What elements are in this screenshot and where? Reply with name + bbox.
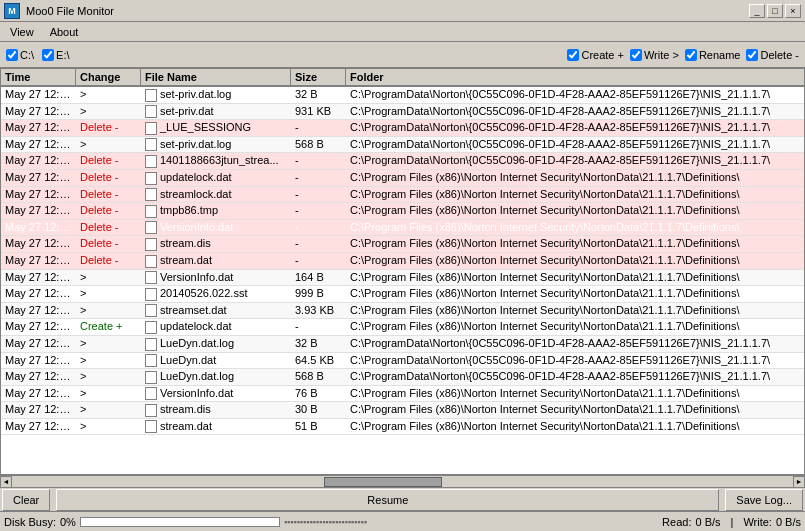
file-icon [145,105,157,118]
table-row[interactable]: May 27 12:09 53>20140526.022.sst999 BC:\… [1,286,804,303]
col-folder[interactable]: Folder [346,69,804,85]
cell-size: - [291,203,346,219]
col-filename[interactable]: File Name [141,69,291,85]
cell-change: > [76,336,141,352]
table-row[interactable]: May 27 12:09 53Delete -VersionInfo.dat-C… [1,220,804,237]
table-row[interactable]: May 27 12:09 53Create +updatelock.dat-C:… [1,319,804,336]
menu-view[interactable]: View [4,25,40,39]
cell-time: May 27 12:09 53 [1,369,76,385]
close-button[interactable]: × [785,4,801,18]
drive-c-checkbox[interactable] [6,49,18,61]
save-log-button[interactable]: Save Log... [725,489,803,511]
cell-filename: stream.dis [141,236,291,252]
filter-create-checkbox[interactable] [567,49,579,61]
cell-change: Create + [76,319,141,335]
drive-c-checkbox-group: C:\ [6,49,34,61]
scroll-track[interactable] [12,477,793,487]
cell-change: > [76,303,141,319]
table-row[interactable]: May 27 12:09 53Delete -_LUE_SESSIONG-C:\… [1,120,804,137]
file-icon [145,122,157,135]
file-icon [145,321,157,334]
file-icon [145,271,157,284]
horizontal-scrollbar[interactable]: ◄ ► [0,475,805,487]
table-row[interactable]: May 27 12:09 53>set-priv.dat931 KBC:\Pro… [1,104,804,121]
cell-size: 32 B [291,336,346,352]
table-row[interactable]: May 27 12:09 53Delete -tmpb86.tmp-C:\Pro… [1,203,804,220]
status-bar: Disk Busy: 0% ▪▪▪▪▪▪▪▪▪▪▪▪▪▪▪▪▪▪▪▪▪▪▪▪▪▪… [0,511,805,531]
toolbar: C:\ E:\ Create + Write > Rename Delete - [0,42,805,68]
cell-folder: C:\ProgramData\Norton\{0C55C096-0F1D-4F2… [346,369,804,385]
cell-time: May 27 12:09 53 [1,220,76,236]
table-row[interactable]: May 27 12:09 53Delete -streamlock.dat-C:… [1,187,804,204]
menu-about[interactable]: About [44,25,85,39]
filter-write-checkbox[interactable] [630,49,642,61]
table-row[interactable]: May 27 12:09 53>VersionInfo.dat164 BC:\P… [1,270,804,287]
app-title: Moo0 File Monitor [26,5,114,17]
cell-time: May 27 12:09 53 [1,353,76,369]
cell-filename: LueDyn.dat.log [141,336,291,352]
cell-time: May 27 12:09 53 [1,236,76,252]
cell-folder: C:\ProgramData\Norton\{0C55C096-0F1D-4F2… [346,104,804,120]
filter-delete-checkbox[interactable] [746,49,758,61]
drive-c-label: C:\ [20,49,34,61]
cell-time: May 27 12:09 53 [1,419,76,435]
cell-folder: C:\Program Files (x86)\Norton Internet S… [346,303,804,319]
cell-size: 30 B [291,402,346,418]
scroll-right-button[interactable]: ► [793,476,805,488]
table-row[interactable]: May 27 12:09 53>LueDyn.dat64.5 KBC:\Prog… [1,353,804,370]
cell-time: May 27 12:09 53 [1,253,76,269]
cell-filename: VersionInfo.dat [141,386,291,402]
file-icon [145,288,157,301]
col-time[interactable]: Time [1,69,76,85]
cell-change: > [76,419,141,435]
table-body[interactable]: May 27 12:09 53>set-priv.dat.log32 BC:\P… [1,87,804,474]
title-bar: M Moo0 File Monitor _ □ × [0,0,805,22]
cell-time: May 27 12:09 53 [1,137,76,153]
scroll-left-button[interactable]: ◄ [0,476,12,488]
cell-filename: 20140526.022.sst [141,286,291,302]
table-row[interactable]: May 27 12:09 53Delete -stream.dis-C:\Pro… [1,236,804,253]
cell-filename: VersionInfo.dat [141,270,291,286]
table-row[interactable]: May 27 12:09 53>stream.dat51 BC:\Program… [1,419,804,436]
table-row[interactable]: May 27 12:09 53>LueDyn.dat.log568 BC:\Pr… [1,369,804,386]
minimize-button[interactable]: _ [749,4,765,18]
cell-filename: set-priv.dat.log [141,137,291,153]
cell-change: Delete - [76,120,141,136]
cell-change: > [76,386,141,402]
disk-busy-value: 0% [60,516,76,528]
col-change[interactable]: Change [76,69,141,85]
filter-rename-checkbox[interactable] [685,49,697,61]
table-row[interactable]: May 27 12:09 53Delete -1401188663jtun_st… [1,153,804,170]
table-row[interactable]: May 27 12:09 53>streamset.dat3.93 KBC:\P… [1,303,804,320]
cell-time: May 27 12:09 53 [1,402,76,418]
maximize-button[interactable]: □ [767,4,783,18]
cell-change: > [76,137,141,153]
drive-e-checkbox[interactable] [42,49,54,61]
table-row[interactable]: May 27 12:09 53>set-priv.dat.log568 BC:\… [1,137,804,154]
file-icon [145,420,157,433]
file-icon [145,255,157,268]
write-label: Write: [743,516,772,528]
cell-change: > [76,402,141,418]
cell-folder: C:\Program Files (x86)\Norton Internet S… [346,270,804,286]
cell-filename: updatelock.dat [141,319,291,335]
cell-size: 3.93 KB [291,303,346,319]
table-row[interactable]: May 27 12:09 53>set-priv.dat.log32 BC:\P… [1,87,804,104]
clear-button[interactable]: Clear [2,489,50,511]
cell-size: 51 B [291,419,346,435]
table-row[interactable]: May 27 12:09 53>VersionInfo.dat76 BC:\Pr… [1,386,804,403]
cell-size: 999 B [291,286,346,302]
table-row[interactable]: May 27 12:09 53Delete -updatelock.dat-C:… [1,170,804,187]
table-row[interactable]: May 27 12:09 53>LueDyn.dat.log32 BC:\Pro… [1,336,804,353]
resume-button[interactable]: Resume [56,489,719,511]
file-icon [145,238,157,251]
cell-change: Delete - [76,220,141,236]
scroll-thumb[interactable] [324,477,441,487]
menu-bar: View About [0,22,805,42]
cell-change: Delete - [76,236,141,252]
cell-folder: C:\ProgramData\Norton\{0C55C096-0F1D-4F2… [346,87,804,103]
cell-filename: 1401188663jtun_strea... [141,153,291,169]
table-row[interactable]: May 27 12:09 53Delete -stream.dat-C:\Pro… [1,253,804,270]
col-size[interactable]: Size [291,69,346,85]
table-row[interactable]: May 27 12:09 53>stream.dis30 BC:\Program… [1,402,804,419]
